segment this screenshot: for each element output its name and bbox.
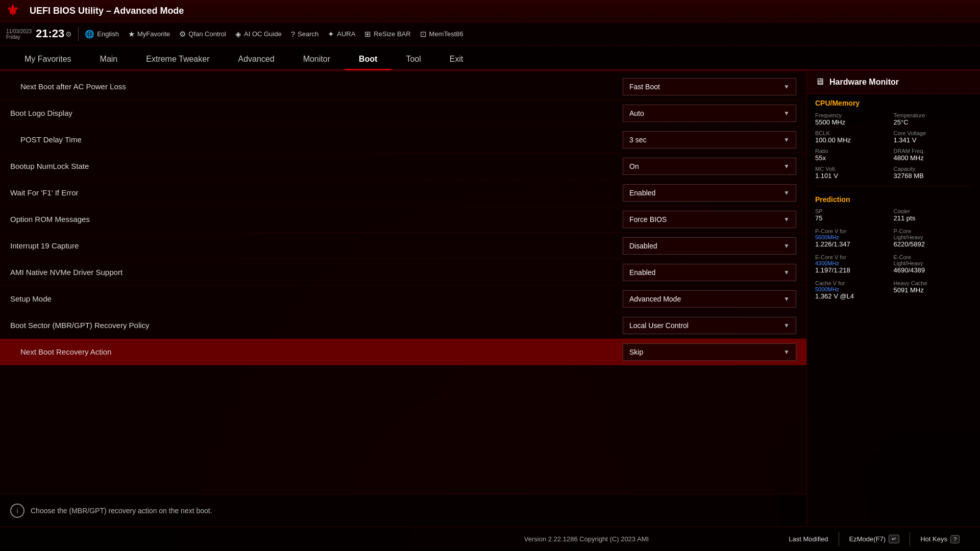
dropdown-arrow: ▼ xyxy=(783,83,790,90)
setting-row-numlock: Bootup NumLock State On ▼ xyxy=(0,153,806,180)
post-delay-control[interactable]: 3 sec ▼ xyxy=(623,131,796,148)
hw-temperature: Temperature 25°C xyxy=(894,110,972,128)
hw-ratio: Ratio 55x xyxy=(815,146,894,164)
next-boot-ac-dropdown[interactable]: Fast Boot ▼ xyxy=(623,78,796,95)
footer: Version 2.22.1286 Copyright (C) 2023 AMI… xyxy=(0,527,980,551)
topbar-search[interactable]: ? Search xyxy=(291,30,319,38)
divider xyxy=(78,27,79,41)
option-rom-control[interactable]: Force BIOS ▼ xyxy=(623,211,796,228)
hw-dram-freq: DRAM Freq. 4800 MHz xyxy=(894,146,972,164)
pred-pcore-v: P-Core V for 5600MHz 1.226/1.347 xyxy=(815,228,894,248)
aura-icon: ✦ xyxy=(328,30,334,39)
next-boot-recovery-control[interactable]: Skip ▼ xyxy=(623,343,796,361)
pred-ecore-lh: E-Core Light/Heavy 4690/4389 xyxy=(894,254,972,274)
hw-bclk: BCLK 100.00 MHz xyxy=(815,128,894,146)
setting-row-boot-sector: Boot Sector (MBR/GPT) Recovery Policy Lo… xyxy=(0,312,806,339)
monitor-icon: 🖥 xyxy=(815,77,824,87)
ami-nvme-dropdown[interactable]: Enabled ▼ xyxy=(623,264,796,281)
pred-pcore-lh: P-Core Light/Heavy 6220/5892 xyxy=(894,228,972,248)
boot-sector-dropdown[interactable]: Local User Control ▼ xyxy=(623,317,796,334)
rog-icon: ⚜ xyxy=(6,2,24,20)
footer-version: Version 2.22.1286 Copyright (C) 2023 AMI xyxy=(395,535,779,543)
topbar-resizebar[interactable]: ⊞ ReSize BAR xyxy=(364,30,410,39)
settings-icon[interactable]: ⚙ xyxy=(65,30,72,38)
info-text: Choose the (MBR/GPT) recovery action on … xyxy=(31,507,212,515)
dropdown-arrow: ▼ xyxy=(783,163,790,170)
pred-cache-v: Cache V for 5000MHz 1.362 V @L4 xyxy=(815,280,894,300)
topbar-aura[interactable]: ✦ AURA xyxy=(328,30,355,39)
tab-tool[interactable]: Tool xyxy=(391,49,435,70)
tab-extreme-tweaker[interactable]: Extreme Tweaker xyxy=(132,49,224,70)
topbar-aioc[interactable]: ◈ AI OC Guide xyxy=(235,30,282,39)
hotkeys-button[interactable]: Hot Keys ? xyxy=(910,532,970,546)
post-delay-dropdown[interactable]: 3 sec ▼ xyxy=(623,131,796,148)
boot-sector-label: Boot Sector (MBR/GPT) Recovery Policy xyxy=(10,321,623,330)
interrupt19-dropdown[interactable]: Disabled ▼ xyxy=(623,237,796,255)
ecore-freq-link[interactable]: 4300MHz xyxy=(815,260,894,266)
english-label: English xyxy=(97,30,119,38)
numlock-dropdown[interactable]: On ▼ xyxy=(623,158,796,175)
setting-row-option-rom: Option ROM Messages Force BIOS ▼ xyxy=(0,206,806,233)
dropdown-arrow: ▼ xyxy=(783,216,790,223)
tab-boot[interactable]: Boot xyxy=(345,49,391,70)
boot-sector-control[interactable]: Local User Control ▼ xyxy=(623,317,796,334)
numlock-control[interactable]: On ▼ xyxy=(623,158,796,175)
wait-f1-control[interactable]: Enabled ▼ xyxy=(623,184,796,202)
main-layout: Next Boot after AC Power Loss Fast Boot … xyxy=(0,70,980,527)
boot-logo-control[interactable]: Auto ▼ xyxy=(623,105,796,122)
next-boot-recovery-dropdown[interactable]: Skip ▼ xyxy=(623,343,796,361)
aioc-label: AI OC Guide xyxy=(244,30,282,38)
wait-f1-label: Wait For 'F1' If Error xyxy=(10,188,623,197)
aura-label: AURA xyxy=(337,30,355,38)
hardware-monitor-title: Hardware Monitor xyxy=(829,78,899,87)
favorite-icon: ★ xyxy=(128,30,135,39)
pcore-freq-link[interactable]: 5600MHz xyxy=(815,234,894,240)
header-bar: ⚜ UEFI BIOS Utility – Advanced Mode xyxy=(0,0,980,22)
hw-frequency: Frequency 5500 MHz xyxy=(815,110,894,128)
myfavorite-label: MyFavorite xyxy=(137,30,170,38)
boot-logo-label: Boot Logo Display xyxy=(10,109,623,117)
topbar-qfan[interactable]: ⚙ Qfan Control xyxy=(179,30,226,39)
topbar: 11/03/2023Friday 21:23 ⚙ 🌐 English ★ MyF… xyxy=(0,22,980,46)
ami-nvme-control[interactable]: Enabled ▼ xyxy=(623,264,796,281)
cache-freq-link[interactable]: 5000MHz xyxy=(815,286,894,292)
interrupt19-control[interactable]: Disabled ▼ xyxy=(623,237,796,255)
option-rom-dropdown[interactable]: Force BIOS ▼ xyxy=(623,211,796,228)
resize-icon: ⊞ xyxy=(364,30,371,39)
topbar-myfavorite[interactable]: ★ MyFavorite xyxy=(128,30,170,39)
right-panel: 🖥 Hardware Monitor CPU/Memory Frequency … xyxy=(806,70,980,527)
dropdown-arrow: ▼ xyxy=(783,242,790,249)
hotkeys-icon: ? xyxy=(950,535,960,543)
topbar-english[interactable]: 🌐 English xyxy=(85,30,119,39)
setup-mode-control[interactable]: Advanced Mode ▼ xyxy=(623,290,796,308)
pred-row-sp: SP 75 Cooler 211 pts xyxy=(815,207,972,223)
ai-icon: ◈ xyxy=(235,30,241,39)
app-title: UEFI BIOS Utility – Advanced Mode xyxy=(30,6,184,16)
hw-stats-grid: Frequency 5500 MHz Temperature 25°C BCLK… xyxy=(807,110,980,182)
tab-myfavorites[interactable]: My Favorites xyxy=(10,49,86,70)
setup-mode-dropdown[interactable]: Advanced Mode ▼ xyxy=(623,290,796,308)
tab-advanced[interactable]: Advanced xyxy=(224,49,288,70)
interrupt19-label: Interrupt 19 Capture xyxy=(10,241,623,250)
dropdown-arrow: ▼ xyxy=(783,189,790,196)
pred-row-cache: Cache V for 5000MHz 1.362 V @L4 Heavy Ca… xyxy=(815,279,972,302)
info-bar: i Choose the (MBR/GPT) recovery action o… xyxy=(0,494,806,527)
pred-heavy-cache: Heavy Cache 5091 MHz xyxy=(894,280,972,300)
tab-monitor[interactable]: Monitor xyxy=(289,49,345,70)
topbar-memtest[interactable]: ⊡ MemTest86 xyxy=(420,30,463,39)
next-boot-ac-label: Next Boot after AC Power Loss xyxy=(10,82,623,91)
wait-f1-dropdown[interactable]: Enabled ▼ xyxy=(623,184,796,202)
date-display: 11/03/2023Friday xyxy=(6,29,32,40)
setting-row-next-boot-ac: Next Boot after AC Power Loss Fast Boot … xyxy=(0,73,806,100)
tab-main[interactable]: Main xyxy=(86,49,132,70)
last-modified-label: Last Modified xyxy=(789,535,828,543)
dropdown-arrow: ▼ xyxy=(783,348,790,356)
boot-logo-dropdown[interactable]: Auto ▼ xyxy=(623,105,796,122)
ami-nvme-label: AMI Native NVMe Driver Support xyxy=(10,268,623,277)
last-modified-button[interactable]: Last Modified xyxy=(778,532,838,546)
ezmode-button[interactable]: EzMode(F7) ↵ xyxy=(839,532,910,546)
prediction-title: Prediction xyxy=(807,190,980,207)
fan-icon: ⚙ xyxy=(179,30,186,39)
next-boot-ac-control[interactable]: Fast Boot ▼ xyxy=(623,78,796,95)
tab-exit[interactable]: Exit xyxy=(435,49,478,70)
